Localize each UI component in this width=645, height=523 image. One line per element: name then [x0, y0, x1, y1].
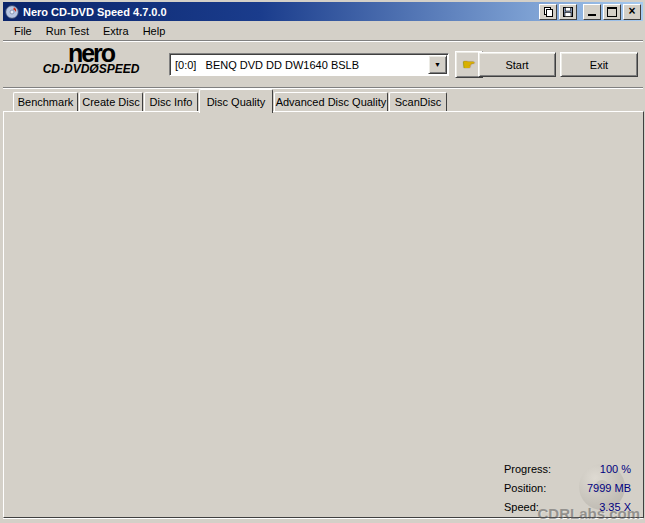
maximize-icon: [607, 7, 617, 17]
position-value: 7999 MB: [587, 482, 631, 494]
window-title: Nero CD-DVD Speed 4.7.0.0: [23, 6, 537, 18]
progress-row: Progress: 100 %: [496, 459, 639, 478]
minimize-icon: [588, 14, 596, 16]
start-button[interactable]: Start: [478, 52, 556, 77]
app-icon: [5, 5, 19, 19]
nero-logo-text: nero: [17, 43, 165, 64]
copy-button[interactable]: [539, 4, 557, 20]
exit-button[interactable]: Exit: [560, 52, 638, 77]
disc-quality-page: [3, 111, 644, 518]
position-label: Position:: [504, 482, 587, 494]
save-icon: [563, 7, 573, 17]
menu-bar: File Run Test Extra Help: [3, 21, 643, 41]
cdrlabs-watermark: CDRLabs.com: [537, 505, 640, 522]
copy-icon: [544, 7, 553, 17]
tab-strip: Benchmark Create Disc Disc Info Disc Qua…: [3, 90, 643, 112]
tab-scandisc[interactable]: ScanDisc: [389, 92, 447, 111]
menu-item-extra[interactable]: Extra: [96, 23, 136, 39]
menu-item-help[interactable]: Help: [136, 23, 173, 39]
position-row: Position: 7999 MB: [496, 478, 639, 497]
tab-benchmark[interactable]: Benchmark: [13, 92, 78, 111]
drive-select[interactable]: [0:0] BENQ DVD DD DW1640 BSLB ▼: [169, 53, 449, 76]
tab-create-disc[interactable]: Create Disc: [79, 92, 143, 111]
menu-item-file[interactable]: File: [7, 23, 39, 39]
app-window: Nero CD-DVD Speed 4.7.0.0 × File Run Tes…: [0, 0, 645, 523]
hand-icon: ☛: [462, 56, 475, 74]
chevron-down-icon[interactable]: ▼: [428, 55, 447, 74]
close-icon: ×: [628, 5, 635, 17]
toolbar: nero CD·DVDØSPEED [0:0] BENQ DVD DD DW16…: [3, 42, 643, 88]
tab-disc-info[interactable]: Disc Info: [144, 92, 198, 111]
maximize-button[interactable]: [603, 4, 621, 20]
tab-disc-quality[interactable]: Disc Quality: [199, 89, 273, 113]
close-button[interactable]: ×: [623, 4, 641, 20]
tab-advanced-disc-quality[interactable]: Advanced Disc Quality: [274, 92, 388, 111]
cddvdspeed-logo-text: CD·DVDØSPEED: [17, 62, 165, 76]
minimize-button[interactable]: [583, 4, 601, 20]
menu-item-run-test[interactable]: Run Test: [39, 23, 96, 39]
title-bar: Nero CD-DVD Speed 4.7.0.0 ×: [3, 2, 643, 21]
progress-value: 100 %: [600, 463, 631, 475]
drive-select-value: [0:0] BENQ DVD DD DW1640 BSLB: [170, 59, 428, 71]
progress-label: Progress:: [504, 463, 600, 475]
nero-logo: nero CD·DVDØSPEED: [17, 43, 165, 76]
save-button[interactable]: [559, 4, 577, 20]
